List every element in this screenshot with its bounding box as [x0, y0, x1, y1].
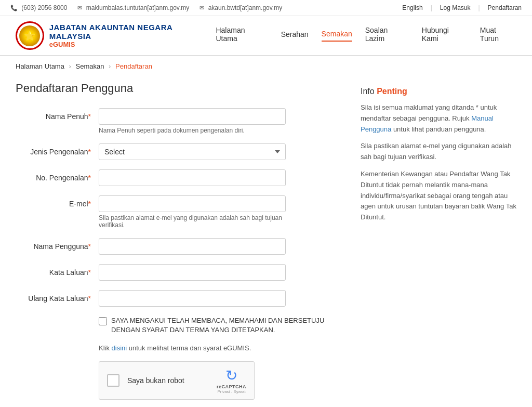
field-wrap-jenis-pengenalan: Select — [99, 143, 345, 160]
input-no-pengenalan[interactable] — [99, 169, 286, 186]
terms-checkbox-group: SAYA MENGAKUI TELAH MEMBACA, MEMAHAMI DA… — [16, 316, 345, 335]
info-panel: Info Penting Sila isi semua maklumat yan… — [361, 82, 516, 407]
main-nav: Halaman Utama Serahan Semakan Soalan Laz… — [216, 26, 516, 45]
email-icon-2 — [200, 4, 206, 11]
breadcrumb-current: Pendaftaran — [115, 62, 152, 70]
label-jenis-pengenalan: Jenis Pengenalan* — [16, 143, 99, 156]
nav-muat-turun[interactable]: Muat Turun — [480, 26, 516, 45]
nav-semakan[interactable]: Semakan — [322, 30, 352, 42]
nav-halaman-utama[interactable]: Halaman Utama — [216, 26, 268, 45]
field-wrap-nama-penuh: Nama Penuh seperti pada dokumen pengenal… — [99, 108, 345, 134]
field-wrap-kata-laluan — [99, 264, 345, 281]
breadcrumb-semakan[interactable]: Semakan — [76, 62, 104, 70]
nav-serahan[interactable]: Serahan — [281, 30, 309, 41]
captcha-logo-area: ↻ reCAPTCHA Privasi - Syarat — [217, 367, 246, 394]
form-group-kata-laluan: Kata Laluan* — [16, 264, 345, 281]
form-group-jenis-pengenalan: Jenis Pengenalan* Select — [16, 143, 345, 160]
terms-checkbox[interactable] — [99, 317, 107, 325]
email-contact-2: akaun.bwtd[at]anm.gov.my — [200, 4, 282, 11]
recaptcha-icon: ↻ — [225, 367, 237, 384]
email-contact-1: maklumbalas.tuntutan[at]anm.gov.my — [77, 4, 189, 11]
captcha-sub: Privasi - Syarat — [217, 389, 245, 394]
hint-emel: Sila pastikan alamat e-mel yang digunaka… — [99, 214, 286, 229]
input-nama-penuh[interactable] — [99, 108, 286, 125]
breadcrumb-home[interactable]: Halaman Utama — [16, 62, 64, 70]
logo-text: JABATAN AKAUNTAN NEGARA MALAYSIA eGUMIS — [49, 23, 216, 48]
language-link[interactable]: English — [402, 4, 422, 11]
site-header: 🌟 JABATAN AKAUNTAN NEGARA MALAYSIA eGUMI… — [0, 16, 532, 56]
phone-contact: (603) 2056 8000 — [10, 4, 67, 11]
captcha-box[interactable]: Saya bukan robot ↻ reCAPTCHA Privasi - S… — [99, 361, 255, 400]
info-para-3: Kementerian Kewangan atau Pendaftar Wang… — [361, 169, 516, 223]
form-group-ulang-kata-laluan: Ulang Kata Laluan* — [16, 290, 345, 307]
captcha-brand: reCAPTCHA — [217, 384, 246, 389]
page-title: Pendaftaran Pengguna — [16, 82, 345, 95]
input-nama-pengguna[interactable] — [99, 238, 286, 255]
input-ulang-kata-laluan[interactable] — [99, 290, 286, 307]
hint-nama-penuh: Nama Penuh seperti pada dokumen pengenal… — [99, 127, 286, 134]
info-para-2: Sila pastikan alamat e-mel yang digunaka… — [361, 141, 516, 163]
top-bar-actions: English | Log Masuk | Pendaftaran — [402, 4, 522, 11]
terms-suffix: untuk melihat terma dan syarat eGUMIS. — [127, 344, 251, 352]
field-wrap-no-pengenalan — [99, 169, 345, 186]
captcha-checkbox[interactable] — [107, 374, 119, 387]
system-name: eGUMIS — [49, 41, 216, 48]
logo-area: 🌟 JABATAN AKAUNTAN NEGARA MALAYSIA eGUMI… — [16, 21, 216, 50]
select-jenis-pengenalan[interactable]: Select — [99, 143, 286, 160]
terms-prefix: Klik — [99, 344, 112, 352]
form-group-nama-penuh: Nama Penuh* Nama Penuh seperti pada doku… — [16, 108, 345, 134]
breadcrumb: Halaman Utama › Semakan › Pendaftaran — [0, 56, 532, 76]
form-group-emel: E-mel* Sila pastikan alamat e-mel yang d… — [16, 195, 345, 229]
terms-link-row: Klik disini untuk melihat terma dan syar… — [16, 344, 345, 352]
terms-here-link[interactable]: disini — [112, 344, 127, 352]
logo-inner-icon: 🌟 — [19, 25, 40, 46]
register-link[interactable]: Pendaftaran — [488, 4, 522, 11]
form-group-nama-pengguna: Nama Pengguna* — [16, 238, 345, 255]
logo-emblem: 🌟 — [16, 21, 44, 50]
input-emel[interactable] — [99, 195, 286, 212]
top-bar-contacts: (603) 2056 8000 maklumbalas.tuntutan[at]… — [10, 4, 282, 11]
label-nama-pengguna: Nama Pengguna* — [16, 238, 99, 251]
form-group-no-pengenalan: No. Pengenalan* — [16, 169, 345, 186]
field-wrap-emel: Sila pastikan alamat e-mel yang digunaka… — [99, 195, 345, 229]
captcha-label: Saya bukan robot — [127, 376, 209, 385]
org-name: JABATAN AKAUNTAN NEGARA MALAYSIA — [49, 23, 216, 41]
field-wrap-ulang-kata-laluan — [99, 290, 345, 307]
captcha-wrapper: Saya bukan robot ↻ reCAPTCHA Privasi - S… — [16, 361, 345, 400]
label-emel: E-mel* — [16, 195, 99, 208]
nav-soalan-lazim[interactable]: Soalan Lazim — [365, 26, 409, 45]
main-content: Pendaftaran Pengguna Nama Penuh* Nama Pe… — [0, 76, 532, 407]
info-title: Info Penting — [361, 87, 516, 96]
form-section: Pendaftaran Pengguna Nama Penuh* Nama Pe… — [16, 82, 345, 407]
terms-checkbox-label[interactable]: SAYA MENGAKUI TELAH MEMBACA, MEMAHAMI DA… — [111, 316, 345, 335]
top-bar: (603) 2056 8000 maklumbalas.tuntutan[at]… — [0, 0, 532, 16]
email-icon-1 — [77, 4, 84, 11]
label-kata-laluan: Kata Laluan* — [16, 264, 99, 277]
label-nama-penuh: Nama Penuh* — [16, 108, 99, 121]
input-kata-laluan[interactable] — [99, 264, 286, 281]
phone-icon — [10, 4, 20, 11]
info-para-1: Sila isi semua maklumat yang ditanda * u… — [361, 102, 516, 135]
label-no-pengenalan: No. Pengenalan* — [16, 169, 99, 182]
login-link[interactable]: Log Masuk — [440, 4, 471, 11]
label-ulang-kata-laluan: Ulang Kata Laluan* — [16, 290, 99, 303]
field-wrap-nama-pengguna — [99, 238, 345, 255]
nav-hubungi-kami[interactable]: Hubungi Kami — [422, 26, 467, 45]
